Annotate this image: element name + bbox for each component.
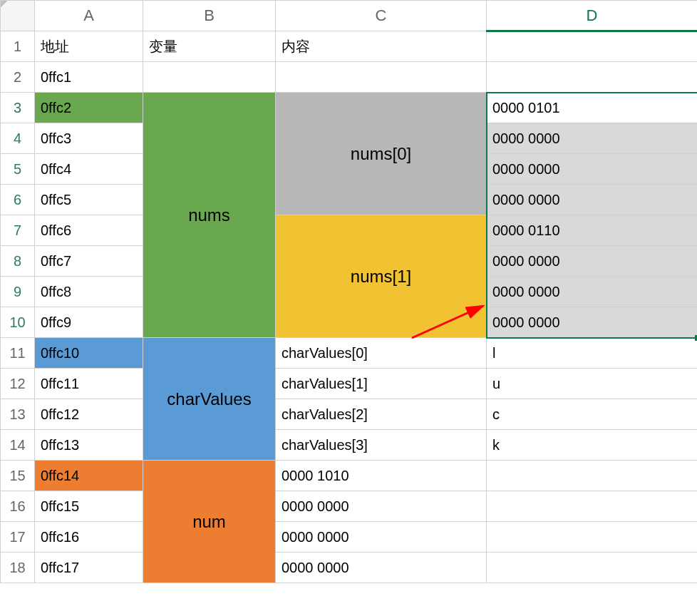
cell-C18[interactable]: 0000 0000 — [276, 553, 487, 583]
row-11: 11 0ffc10 charValues charValues[0] l — [1, 338, 698, 369]
row-3: 3 0ffc2 nums nums[0] 0000 0101 — [1, 93, 698, 123]
cell-C3-nums0[interactable]: nums[0] — [276, 93, 487, 215]
cell-D10[interactable]: 0000 0000 — [487, 307, 698, 338]
column-header-row: A B C D — [1, 1, 698, 31]
row-header-14[interactable]: 14 — [1, 430, 35, 461]
cell-D15[interactable] — [487, 461, 698, 491]
cell-C17[interactable]: 0000 0000 — [276, 522, 487, 553]
cell-A14[interactable]: 0ffc13 — [35, 430, 143, 461]
cell-D18[interactable] — [487, 553, 698, 583]
cell-B11-charValues[interactable]: charValues — [143, 338, 276, 461]
row-header-17[interactable]: 17 — [1, 522, 35, 553]
row-1: 1 地址 变量 内容 — [1, 31, 698, 62]
cell-A2[interactable]: 0ffc1 — [35, 62, 143, 93]
cell-A18[interactable]: 0ffc17 — [35, 553, 143, 583]
cell-B2[interactable] — [143, 62, 276, 93]
row-header-18[interactable]: 18 — [1, 553, 35, 583]
row-header-9[interactable]: 9 — [1, 277, 35, 307]
cell-C16[interactable]: 0000 0000 — [276, 491, 487, 522]
row-15: 15 0ffc14 num 0000 1010 — [1, 461, 698, 491]
row-13: 13 0ffc12 charValues[2] c — [1, 399, 698, 430]
cell-D5[interactable]: 0000 0000 — [487, 154, 698, 185]
cell-D16[interactable] — [487, 491, 698, 522]
row-header-8[interactable]: 8 — [1, 246, 35, 277]
row-header-10[interactable]: 10 — [1, 307, 35, 338]
col-header-A[interactable]: A — [35, 1, 143, 31]
row-header-2[interactable]: 2 — [1, 62, 35, 93]
cell-B15-num[interactable]: num — [143, 461, 276, 583]
cell-C15[interactable]: 0000 1010 — [276, 461, 487, 491]
col-header-D[interactable]: D — [487, 1, 698, 31]
cell-C13[interactable]: charValues[2] — [276, 399, 487, 430]
row-2: 2 0ffc1 — [1, 62, 698, 93]
cell-C14[interactable]: charValues[3] — [276, 430, 487, 461]
cell-A17[interactable]: 0ffc16 — [35, 522, 143, 553]
cell-A3[interactable]: 0ffc2 — [35, 93, 143, 123]
cell-A15[interactable]: 0ffc14 — [35, 461, 143, 491]
row-header-13[interactable]: 13 — [1, 399, 35, 430]
cell-A10[interactable]: 0ffc9 — [35, 307, 143, 338]
cell-B3-nums[interactable]: nums — [143, 93, 276, 338]
cell-D2[interactable] — [487, 62, 698, 93]
row-header-16[interactable]: 16 — [1, 491, 35, 522]
cell-A8[interactable]: 0ffc7 — [35, 246, 143, 277]
cell-A9[interactable]: 0ffc8 — [35, 277, 143, 307]
cell-A12[interactable]: 0ffc11 — [35, 369, 143, 399]
cell-D6[interactable]: 0000 0000 — [487, 185, 698, 215]
row-header-3[interactable]: 3 — [1, 93, 35, 123]
row-17: 17 0ffc16 0000 0000 — [1, 522, 698, 553]
cell-A6[interactable]: 0ffc5 — [35, 185, 143, 215]
row-header-7[interactable]: 7 — [1, 215, 35, 246]
grid-table[interactable]: A B C D 1 地址 变量 内容 2 0ffc1 3 0ffc2 nums … — [0, 0, 697, 583]
row-header-1[interactable]: 1 — [1, 31, 35, 62]
cell-D13[interactable]: c — [487, 399, 698, 430]
row-header-5[interactable]: 5 — [1, 154, 35, 185]
row-12: 12 0ffc11 charValues[1] u — [1, 369, 698, 399]
row-18: 18 0ffc17 0000 0000 — [1, 553, 698, 583]
cell-A5[interactable]: 0ffc4 — [35, 154, 143, 185]
cell-A4[interactable]: 0ffc3 — [35, 123, 143, 154]
row-header-6[interactable]: 6 — [1, 185, 35, 215]
cell-A16[interactable]: 0ffc15 — [35, 491, 143, 522]
row-header-15[interactable]: 15 — [1, 461, 35, 491]
cell-A1[interactable]: 地址 — [35, 31, 143, 62]
col-header-B[interactable]: B — [143, 1, 276, 31]
cell-C2[interactable] — [276, 62, 487, 93]
cell-B1[interactable]: 变量 — [143, 31, 276, 62]
cell-D17[interactable] — [487, 522, 698, 553]
row-header-12[interactable]: 12 — [1, 369, 35, 399]
cell-D4[interactable]: 0000 0000 — [487, 123, 698, 154]
select-all-corner[interactable] — [1, 1, 35, 31]
cell-D11[interactable]: l — [487, 338, 698, 369]
cell-C1[interactable]: 内容 — [276, 31, 487, 62]
cell-D7[interactable]: 0000 0110 — [487, 215, 698, 246]
cell-A11[interactable]: 0ffc10 — [35, 338, 143, 369]
row-header-11[interactable]: 11 — [1, 338, 35, 369]
cell-C7-nums1[interactable]: nums[1] — [276, 215, 487, 338]
row-7: 7 0ffc6 nums[1] 0000 0110 — [1, 215, 698, 246]
cell-C12[interactable]: charValues[1] — [276, 369, 487, 399]
cell-A7[interactable]: 0ffc6 — [35, 215, 143, 246]
cell-D1[interactable] — [487, 31, 698, 62]
cell-D14[interactable]: k — [487, 430, 698, 461]
row-14: 14 0ffc13 charValues[3] k — [1, 430, 698, 461]
cell-A13[interactable]: 0ffc12 — [35, 399, 143, 430]
spreadsheet-view[interactable]: A B C D 1 地址 变量 内容 2 0ffc1 3 0ffc2 nums … — [0, 0, 697, 616]
row-header-4[interactable]: 4 — [1, 123, 35, 154]
cell-D12[interactable]: u — [487, 369, 698, 399]
cell-D3[interactable]: 0000 0101 — [487, 93, 698, 123]
cell-D8[interactable]: 0000 0000 — [487, 246, 698, 277]
row-16: 16 0ffc15 0000 0000 — [1, 491, 698, 522]
cell-D9[interactable]: 0000 0000 — [487, 277, 698, 307]
col-header-C[interactable]: C — [276, 1, 487, 31]
cell-C11[interactable]: charValues[0] — [276, 338, 487, 369]
